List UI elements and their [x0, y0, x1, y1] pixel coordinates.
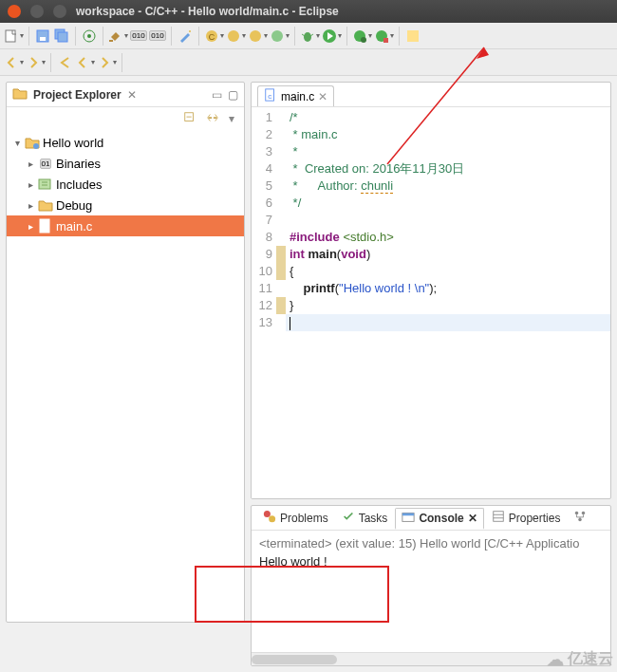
svg-point-41	[582, 512, 586, 515]
new-c-class-button[interactable]: C	[204, 28, 224, 45]
folder-icon	[12, 85, 28, 103]
link-editor-icon[interactable]	[206, 111, 219, 127]
tab-console[interactable]: Console ✕	[395, 508, 483, 530]
code-editor[interactable]: 12345678910111213 /* * main.c * * Create…	[252, 107, 610, 498]
new-button[interactable]	[4, 28, 24, 45]
nav-prev-button[interactable]	[4, 54, 24, 71]
cfile-icon: c	[264, 88, 277, 104]
tab-problems[interactable]: Problems	[257, 508, 334, 528]
tab-tasks[interactable]: Tasks	[336, 508, 394, 528]
nav-next-button[interactable]	[26, 54, 46, 71]
includes-icon	[38, 177, 53, 192]
back-button[interactable]	[56, 54, 73, 71]
new-c-source-button[interactable]	[226, 28, 246, 45]
tree-item-binaries[interactable]: ▸ 01 Binaries	[7, 153, 244, 174]
twisty-collapsed-icon[interactable]: ▸	[26, 159, 35, 169]
tree-label: Binaries	[56, 157, 101, 171]
tab-label: Problems	[280, 512, 328, 525]
svg-point-12	[250, 30, 261, 42]
nav-toolbar	[0, 49, 617, 76]
build-all-button[interactable]: 010	[130, 28, 147, 45]
svg-point-19	[361, 37, 366, 43]
tab-label: Tasks	[359, 512, 388, 525]
project-icon	[25, 135, 40, 150]
view-menu-icon[interactable]: ▾	[229, 112, 234, 125]
svg-point-13	[271, 30, 283, 42]
main-toolbar: 010 010 C	[0, 23, 617, 49]
save-all-button[interactable]	[53, 28, 70, 45]
view-close-button[interactable]: ✕	[127, 88, 137, 102]
folder-icon	[38, 197, 53, 213]
window-maximize-button[interactable]	[53, 5, 66, 18]
console-status-line: <terminated> (exit value: 15) Hello worl…	[259, 536, 603, 551]
window-minimize-button[interactable]	[30, 5, 44, 18]
window-close-button[interactable]	[8, 5, 21, 18]
svg-rect-0	[6, 30, 15, 42]
tree-label: Includes	[56, 177, 102, 192]
tree-root[interactable]: ▾ Hello world	[7, 132, 244, 153]
twisty-collapsed-icon[interactable]: ▸	[26, 179, 35, 190]
save-button[interactable]	[34, 28, 51, 45]
tree-item-main-c[interactable]: ▸ c main.c	[7, 215, 244, 236]
build-sel-button[interactable]: 010	[149, 28, 166, 45]
twisty-collapsed-icon[interactable]: ▸	[26, 221, 35, 232]
twisty-collapsed-icon[interactable]: ▸	[26, 200, 35, 211]
svg-text:c: c	[268, 92, 271, 101]
tasks-icon	[342, 510, 355, 526]
marker-bar	[276, 107, 286, 498]
new-class-button[interactable]	[270, 28, 290, 45]
open-type-button[interactable]	[404, 28, 421, 45]
console-body[interactable]: <terminated> (exit value: 15) Hello worl…	[252, 531, 610, 652]
svg-rect-2	[40, 37, 46, 41]
bottom-view: Problems Tasks Console ✕ Properties	[251, 505, 611, 666]
run-button[interactable]	[322, 28, 342, 45]
tree-item-includes[interactable]: ▸ Includes	[7, 174, 244, 195]
svg-point-34	[269, 515, 275, 522]
svg-rect-4	[58, 32, 67, 42]
tree-item-debug[interactable]: ▸ Debug	[7, 195, 244, 215]
editor-tab-label: main.c	[281, 90, 314, 103]
svg-rect-36	[402, 513, 414, 515]
window-titlebar: workspace - C/C++ - Hello world/main.c -…	[0, 0, 617, 23]
editor-tab-main-c[interactable]: c main.c ✕	[257, 85, 334, 106]
window-title: workspace - C/C++ - Hello world/main.c -…	[76, 5, 339, 18]
code-area[interactable]: /* * main.c * * Created on: 2016年11月30日 …	[286, 107, 610, 498]
svg-rect-21	[383, 38, 388, 43]
debug-button[interactable]	[300, 28, 320, 45]
maximize-view-icon[interactable]: ▢	[228, 88, 238, 102]
minimize-view-icon[interactable]: ▭	[212, 88, 222, 102]
svg-point-25	[33, 143, 39, 149]
svg-text:c: c	[43, 222, 47, 232]
editor-tabstrip: c main.c ✕	[252, 83, 610, 107]
project-tree[interactable]: ▾ Hello world ▸ 01 Binaries ▸ Includes ▸…	[7, 130, 244, 622]
tab-close[interactable]: ✕	[468, 512, 477, 525]
svg-rect-37	[493, 512, 503, 522]
svg-rect-7	[109, 40, 113, 42]
horizontal-scrollbar[interactable]	[252, 652, 610, 665]
tree-label: Hello world	[43, 136, 103, 150]
bottom-tabstrip: Problems Tasks Console ✕ Properties	[252, 506, 610, 531]
problems-icon	[263, 510, 276, 526]
build-button[interactable]	[108, 28, 128, 45]
new-c-header-button[interactable]	[248, 28, 268, 45]
external-tools-button[interactable]	[374, 28, 394, 45]
binaries-icon: 01	[38, 156, 53, 171]
back-history-button[interactable]	[75, 54, 95, 71]
wand-button[interactable]	[177, 28, 194, 45]
fwd-history-button[interactable]	[97, 54, 117, 71]
console-icon	[402, 511, 415, 527]
console-output: Hello world !	[259, 554, 603, 569]
call-hierarchy-icon	[573, 510, 587, 526]
build-target-button[interactable]	[81, 28, 98, 45]
editor-view: c main.c ✕ 12345678910111213 /* * main.c…	[251, 82, 611, 499]
line-gutter: 12345678910111213	[252, 107, 276, 498]
tab-more[interactable]	[568, 508, 592, 528]
editor-tab-close[interactable]: ✕	[318, 90, 327, 103]
profile-button[interactable]	[352, 28, 372, 45]
collapse-all-icon[interactable]	[183, 111, 196, 127]
svg-point-33	[264, 511, 271, 517]
tab-label: Console	[419, 512, 463, 525]
twisty-expanded-icon[interactable]: ▾	[12, 138, 22, 148]
tab-properties[interactable]: Properties	[486, 508, 567, 528]
svg-point-11	[228, 30, 239, 42]
